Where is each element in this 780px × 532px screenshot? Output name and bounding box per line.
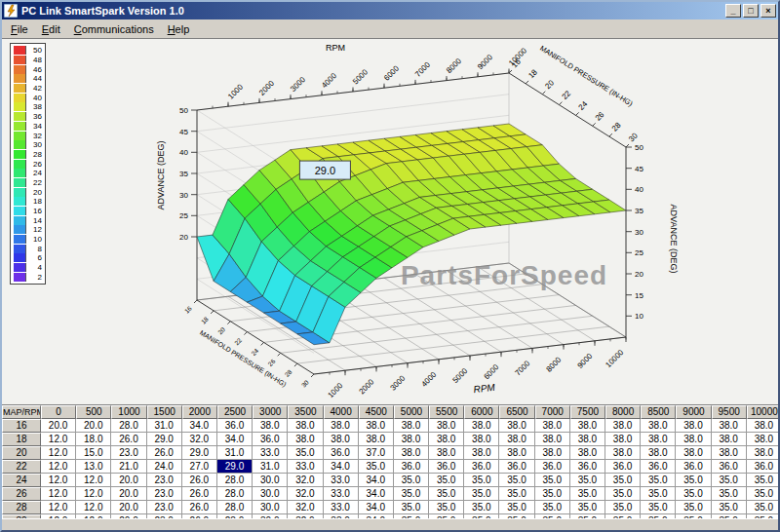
- grid-cell-map18-rpm7500[interactable]: 38.0: [570, 433, 605, 446]
- grid-cell-map16-rpm4000[interactable]: 38.0: [324, 419, 359, 433]
- grid-cell-map26-rpm9000[interactable]: 35.0: [676, 487, 711, 501]
- grid-cell-map16-rpm5000[interactable]: 38.0: [394, 419, 429, 433]
- grid-cell-map24-rpm3000[interactable]: 30.0: [253, 474, 288, 487]
- grid-cell-map16-rpm3500[interactable]: 38.0: [288, 419, 323, 433]
- grid-cell-map24-rpm1000[interactable]: 20.0: [111, 474, 146, 487]
- grid-cell-map24-rpm4000[interactable]: 33.0: [324, 474, 359, 487]
- grid-cell-map26-rpm1000[interactable]: 20.0: [111, 487, 146, 501]
- grid-cell-map24-rpm500[interactable]: 12.0: [76, 474, 111, 487]
- grid-cell-map28-rpm4500[interactable]: 34.0: [359, 501, 394, 514]
- maximize-button[interactable]: □: [743, 4, 759, 18]
- grid-cell-map26-rpm2000[interactable]: 26.0: [182, 487, 217, 501]
- grid-cell-map16-rpm4500[interactable]: 38.0: [359, 419, 394, 433]
- grid-cell-map28-rpm6000[interactable]: 35.0: [464, 501, 499, 514]
- grid-cell-map16-rpm8500[interactable]: 38.0: [641, 419, 676, 433]
- grid-cell-map28-rpm1000[interactable]: 20.0: [111, 501, 146, 514]
- grid-cell-map28-rpm3000[interactable]: 30.0: [253, 501, 288, 514]
- titlebar[interactable]: PC Link SmartSpark Version 1.0 _ □ ×: [2, 2, 778, 19]
- grid-cell-map18-rpm4000[interactable]: 38.0: [324, 433, 359, 446]
- grid-cell-map22-rpm6000[interactable]: 36.0: [464, 460, 499, 474]
- grid-cell-map16-rpm7500[interactable]: 38.0: [570, 419, 605, 433]
- grid-cell-map26-rpm4000[interactable]: 33.0: [324, 487, 359, 501]
- grid-cell-map24-rpm7500[interactable]: 35.0: [570, 474, 605, 487]
- grid-cell-map22-rpm3000[interactable]: 31.0: [253, 460, 288, 474]
- grid-cell-map22-rpm3500[interactable]: 33.0: [288, 460, 323, 474]
- grid-cell-map16-rpm1000[interactable]: 28.0: [111, 419, 146, 433]
- grid-cell-map24-rpm1500[interactable]: 23.0: [147, 474, 182, 487]
- grid-cell-map18-rpm500[interactable]: 18.0: [76, 433, 111, 446]
- grid-cell-map24-rpm10000[interactable]: 35.0: [747, 474, 778, 487]
- grid-cell-map22-rpm8000[interactable]: 36.0: [605, 460, 641, 474]
- grid-cell-map26-rpm8500[interactable]: 35.0: [641, 487, 676, 501]
- grid-cell-map16-rpm1500[interactable]: 31.0: [147, 419, 182, 433]
- grid-cell-map28-rpm2500[interactable]: 28.0: [217, 501, 253, 514]
- grid-cell-map20-rpm2000[interactable]: 29.0: [182, 446, 217, 460]
- grid-cell-map18-rpm9000[interactable]: 38.0: [676, 433, 711, 446]
- grid-cell-map20-rpm500[interactable]: 15.0: [76, 446, 111, 460]
- grid-cell-map24-rpm5000[interactable]: 35.0: [394, 474, 429, 487]
- grid-cell-map22-rpm2000[interactable]: 27.0: [182, 460, 217, 474]
- grid-cell-map26-rpm6000[interactable]: 35.0: [464, 487, 499, 501]
- grid-cell-map20-rpm7500[interactable]: 38.0: [570, 446, 605, 460]
- grid-cell-map26-rpm500[interactable]: 12.0: [76, 487, 111, 501]
- grid-cell-map22-rpm9500[interactable]: 36.0: [712, 460, 747, 474]
- grid-cell-map20-rpm5500[interactable]: 38.0: [429, 446, 464, 460]
- grid-cell-map28-rpm3500[interactable]: 32.0: [288, 501, 323, 514]
- grid-cell-map24-rpm6000[interactable]: 35.0: [464, 474, 499, 487]
- grid-cell-map22-rpm7000[interactable]: 36.0: [535, 460, 570, 474]
- grid-cell-map18-rpm0[interactable]: 12.0: [41, 433, 76, 446]
- grid-cell-map16-rpm5500[interactable]: 38.0: [429, 419, 464, 433]
- grid-cell-map18-rpm4500[interactable]: 38.0: [359, 433, 394, 446]
- grid-cell-map18-rpm6000[interactable]: 38.0: [464, 433, 499, 446]
- menu-file[interactable]: File: [4, 20, 35, 38]
- grid-cell-map22-rpm500[interactable]: 13.0: [76, 460, 111, 474]
- grid-cell-map18-rpm3000[interactable]: 36.0: [253, 433, 288, 446]
- grid-cell-map24-rpm7000[interactable]: 35.0: [535, 474, 570, 487]
- grid-cell-map22-rpm1000[interactable]: 21.0: [111, 460, 146, 474]
- grid-cell-map28-rpm9500[interactable]: 35.0: [712, 501, 747, 514]
- grid-cell-map18-rpm7000[interactable]: 38.0: [535, 433, 570, 446]
- grid-cell-map16-rpm2000[interactable]: 34.0: [182, 419, 217, 433]
- grid-cell-map26-rpm10000[interactable]: 35.0: [747, 487, 778, 501]
- grid-cell-map20-rpm8500[interactable]: 38.0: [641, 446, 676, 460]
- grid-cell-map24-rpm3500[interactable]: 32.0: [288, 474, 323, 487]
- grid-cell-map18-rpm2500[interactable]: 34.0: [217, 433, 253, 446]
- grid-cell-map16-rpm10000[interactable]: 38.0: [747, 419, 778, 433]
- grid-cell-map16-rpm9000[interactable]: 38.0: [676, 419, 711, 433]
- grid-cell-map20-rpm10000[interactable]: 38.0: [747, 446, 778, 460]
- grid-cell-map24-rpm2500[interactable]: 28.0: [217, 474, 253, 487]
- grid-cell-map18-rpm10000[interactable]: 38.0: [747, 433, 778, 446]
- grid-cell-map18-rpm1500[interactable]: 29.0: [147, 433, 182, 446]
- grid-cell-map28-rpm10000[interactable]: 35.0: [747, 501, 778, 514]
- grid-cell-map20-rpm6500[interactable]: 38.0: [499, 446, 534, 460]
- grid-cell-map16-rpm7000[interactable]: 38.0: [535, 419, 570, 433]
- grid-cell-map24-rpm0[interactable]: 12.0: [41, 474, 76, 487]
- grid-cell-map18-rpm1000[interactable]: 26.0: [111, 433, 146, 446]
- grid-cell-map24-rpm4500[interactable]: 34.0: [359, 474, 394, 487]
- grid-cell-map18-rpm8000[interactable]: 38.0: [605, 433, 641, 446]
- grid-cell-map22-rpm0[interactable]: 12.0: [41, 460, 76, 474]
- grid-cell-map24-rpm2000[interactable]: 26.0: [182, 474, 217, 487]
- grid-cell-map28-rpm4000[interactable]: 33.0: [324, 501, 359, 514]
- grid-cell-map22-rpm6500[interactable]: 36.0: [499, 460, 534, 474]
- grid-cell-map28-rpm8500[interactable]: 35.0: [641, 501, 676, 514]
- minimize-button[interactable]: _: [725, 4, 741, 18]
- grid-cell-map26-rpm7500[interactable]: 35.0: [570, 487, 605, 501]
- grid-cell-map26-rpm8000[interactable]: 35.0: [605, 487, 641, 501]
- grid-cell-map22-rpm5000[interactable]: 36.0: [394, 460, 429, 474]
- grid-cell-map20-rpm2500[interactable]: 31.0: [217, 446, 253, 460]
- grid-cell-map28-rpm0[interactable]: 12.0: [41, 501, 76, 514]
- grid-cell-map20-rpm7000[interactable]: 38.0: [535, 446, 570, 460]
- grid-cell-map20-rpm3500[interactable]: 35.0: [288, 446, 323, 460]
- grid-cell-map26-rpm0[interactable]: 12.0: [41, 487, 76, 501]
- grid-cell-map24-rpm8500[interactable]: 35.0: [641, 474, 676, 487]
- grid-cell-map26-rpm7000[interactable]: 35.0: [535, 487, 570, 501]
- grid-cell-map24-rpm8000[interactable]: 35.0: [605, 474, 641, 487]
- grid-cell-map18-rpm3500[interactable]: 38.0: [288, 433, 323, 446]
- grid-cell-map28-rpm2000[interactable]: 26.0: [182, 501, 217, 514]
- grid-cell-map24-rpm9500[interactable]: 35.0: [712, 474, 747, 487]
- grid-cell-map18-rpm2000[interactable]: 32.0: [182, 433, 217, 446]
- selected-grid-cell[interactable]: 29.0: [217, 460, 253, 474]
- grid-cell-map22-rpm5500[interactable]: 36.0: [429, 460, 464, 474]
- grid-cell-map16-rpm500[interactable]: 20.0: [76, 419, 111, 433]
